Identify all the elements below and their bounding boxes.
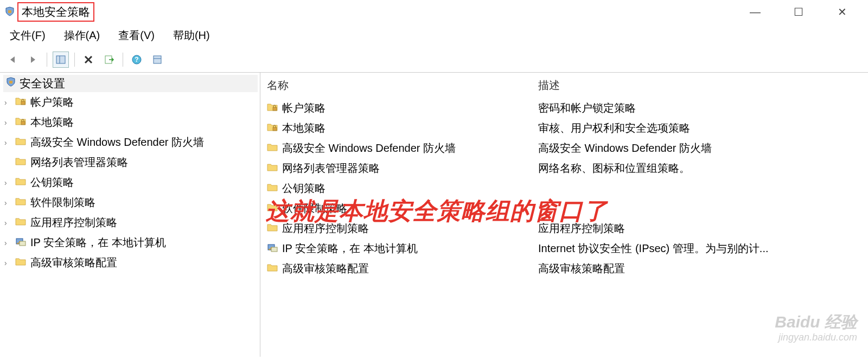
list-row[interactable]: 本地策略审核、用户权利和安全选项策略 [266, 118, 863, 138]
row-name-label: IP 安全策略，在 本地计算机 [282, 241, 418, 256]
toolbar [0, 49, 868, 73]
tree-item-label: IP 安全策略，在 本地计算机 [30, 235, 166, 250]
list-row[interactable]: 帐户策略密码和帐户锁定策略 [266, 98, 863, 118]
separator-icon [47, 53, 47, 67]
folder-icon [267, 262, 279, 275]
folder-icon [15, 216, 27, 229]
export-button[interactable] [101, 52, 117, 68]
menu-action[interactable]: 操作(A) [62, 27, 103, 44]
separator-icon [74, 53, 75, 67]
row-desc-label: 高级审核策略配置 [538, 261, 861, 276]
shield-icon [5, 77, 16, 91]
list-row[interactable]: IP 安全策略，在 本地计算机Internet 协议安全性 (IPsec) 管理… [266, 239, 863, 259]
row-name-label: 帐户策略 [282, 101, 326, 115]
folder-icon [15, 196, 27, 209]
tree-item-label: 本地策略 [30, 115, 74, 130]
tree-item-label: 高级审核策略配置 [30, 255, 117, 270]
row-desc-label: 密码和帐户锁定策略 [538, 101, 861, 115]
list-row[interactable]: 高级审核策略配置高级审核策略配置 [266, 259, 863, 279]
window-controls: — ☐ ✕ [744, 4, 864, 20]
back-button[interactable] [4, 52, 21, 68]
expand-arrow-icon[interactable]: › [4, 118, 12, 127]
folder-icon [15, 136, 27, 149]
tree-item-label: 应用程序控制策略 [30, 215, 117, 230]
tree-root-label: 安全设置 [20, 76, 65, 91]
row-name-label: 高级安全 Windows Defender 防火墙 [282, 141, 456, 156]
annotation-text: 这就是本地安全策略组的窗口了 [266, 195, 608, 227]
properties-button[interactable] [149, 52, 165, 68]
row-desc-label: Internet 协议安全性 (IPsec) 管理。为与别的计... [538, 241, 861, 256]
ipsec-icon [15, 236, 27, 249]
tree-item-label: 网络列表管理器策略 [30, 155, 128, 170]
minimize-button[interactable]: — [744, 4, 766, 20]
tree-item-label: 高级安全 Windows Defender 防火墙 [30, 135, 204, 150]
row-name-label: 高级审核策略配置 [282, 261, 369, 276]
tree-item-label: 帐户策略 [30, 95, 74, 110]
tree-item[interactable]: 网络列表管理器策略 [3, 152, 258, 172]
tree-item[interactable]: ›应用程序控制策略 [3, 213, 258, 233]
tree-item[interactable]: ›IP 安全策略，在 本地计算机 [3, 233, 258, 253]
expand-arrow-icon[interactable]: › [4, 259, 12, 267]
menubar: 文件(F) 操作(A) 查看(V) 帮助(H) [0, 24, 868, 49]
folder-icon [267, 182, 279, 195]
column-header-name[interactable]: 名称 [267, 78, 538, 93]
window-title: 本地安全策略 [17, 2, 94, 22]
watermark: Baidu 经验 jingyan.baidu.com [775, 312, 857, 344]
pane-toggle-button[interactable] [53, 52, 69, 68]
expand-arrow-icon[interactable]: › [4, 198, 12, 207]
folder-icon [15, 156, 27, 169]
delete-button[interactable] [80, 52, 97, 68]
menu-help[interactable]: 帮助(H) [171, 27, 212, 44]
titlebar: 本地安全策略 — ☐ ✕ [0, 0, 868, 24]
expand-arrow-icon[interactable]: › [4, 98, 12, 107]
folder-icon [267, 162, 279, 175]
tree-item[interactable]: ›高级安全 Windows Defender 防火墙 [3, 132, 258, 152]
folder-lock-icon [267, 102, 279, 114]
tree-item[interactable]: ›本地策略 [3, 112, 258, 132]
row-name-label: 网络列表管理器策略 [282, 161, 380, 176]
forward-button[interactable] [25, 52, 41, 68]
tree-item[interactable]: ›高级审核策略配置 [3, 253, 258, 273]
tree-item[interactable]: ›帐户策略 [3, 92, 258, 112]
help-button[interactable] [129, 52, 145, 68]
expand-arrow-icon[interactable]: › [4, 239, 12, 247]
folder-lock-icon [267, 122, 279, 134]
expand-arrow-icon[interactable]: › [4, 138, 12, 147]
folder-lock-icon [15, 116, 27, 128]
watermark-sub: jingyan.baidu.com [775, 332, 857, 344]
tree-root[interactable]: 安全设置 [3, 75, 258, 92]
tree-item-label: 软件限制策略 [30, 195, 95, 210]
tree-item[interactable]: ›软件限制策略 [3, 192, 258, 213]
watermark-main: Baidu 经验 [775, 312, 857, 332]
list-header: 名称 描述 [266, 75, 863, 98]
app-shield-icon [4, 7, 15, 17]
list-row[interactable]: 高级安全 Windows Defender 防火墙高级安全 Windows De… [266, 138, 863, 158]
folder-lock-icon [15, 96, 27, 108]
expand-arrow-icon[interactable]: › [4, 218, 12, 227]
menu-view[interactable]: 查看(V) [116, 27, 157, 44]
maximize-button[interactable]: ☐ [788, 4, 809, 20]
tree-pane: 安全设置 ›帐户策略›本地策略›高级安全 Windows Defender 防火… [0, 73, 260, 357]
folder-icon [15, 176, 27, 189]
list-row[interactable]: 网络列表管理器策略网络名称、图标和位置组策略。 [266, 158, 863, 178]
ipsec-icon [267, 242, 279, 255]
row-name-label: 公钥策略 [282, 181, 326, 196]
close-button[interactable]: ✕ [831, 4, 853, 20]
tree-item[interactable]: ›公钥策略 [3, 172, 258, 192]
tree-item-label: 公钥策略 [30, 175, 74, 190]
row-name-label: 本地策略 [282, 121, 326, 136]
column-header-desc[interactable]: 描述 [538, 78, 861, 93]
row-desc-label: 审核、用户权利和安全选项策略 [538, 121, 861, 136]
row-desc-label: 网络名称、图标和位置组策略。 [538, 161, 861, 176]
expand-arrow-icon[interactable]: › [4, 178, 12, 187]
menu-file[interactable]: 文件(F) [8, 27, 48, 44]
folder-icon [15, 256, 27, 269]
row-desc-label: 高级安全 Windows Defender 防火墙 [538, 141, 861, 156]
folder-icon [267, 142, 279, 155]
separator-icon [123, 53, 123, 67]
